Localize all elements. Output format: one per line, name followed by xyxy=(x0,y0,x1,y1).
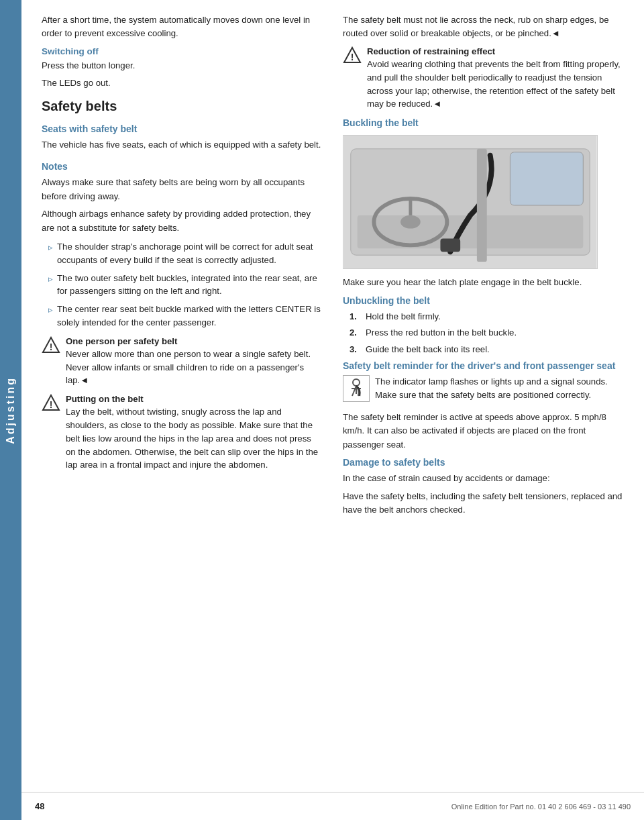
intro-text: After a short time, the system automatic… xyxy=(42,13,323,41)
safety-belt-note: The safety belt must not lie across the … xyxy=(343,13,624,41)
belt-image xyxy=(343,135,598,269)
svg-rect-12 xyxy=(440,239,460,252)
reminder-text-block: The indicator lamp flashes or lights up … xyxy=(375,375,624,407)
bullet-text-1: The shoulder strap's anchorage point wil… xyxy=(57,240,323,267)
warning-icon-reduction: ! xyxy=(343,46,362,65)
page-number: 48 xyxy=(35,801,44,811)
unbuckling-step-2-text: Press the red button in the belt buckle. xyxy=(366,326,517,340)
warning-block-1: ! One person per safety belt Never allow… xyxy=(42,336,323,387)
seats-safety-belt-heading: Seats with safety belt xyxy=(42,123,323,134)
damage-text2: Have the safety belts, including the saf… xyxy=(343,490,624,517)
reminder-heading: Safety belt reminder for the driver's an… xyxy=(343,360,624,371)
warning-body-1: Never allow more than one person to wear… xyxy=(66,348,323,387)
switching-off-step1: Press the button longer. xyxy=(42,59,323,72)
step-num-1: 1. xyxy=(350,310,360,323)
unbuckling-step-3: 3. Guide the belt back into its reel. xyxy=(350,343,624,356)
notes-text2: Although airbags enhance safety by provi… xyxy=(42,207,323,235)
svg-text:!: ! xyxy=(351,52,354,62)
unbuckling-list: 1. Hold the belt firmly. 2. Press the re… xyxy=(350,310,624,356)
unbuckling-step-1: 1. Hold the belt firmly. xyxy=(350,310,624,323)
svg-point-16 xyxy=(353,379,360,386)
content-area: After a short time, the system automatic… xyxy=(21,0,644,562)
bullet-arrow-3: ▹ xyxy=(48,303,53,329)
bullet-item-3: ▹ The center rear seat belt buckle marke… xyxy=(48,303,323,329)
warning-icon-2: ! xyxy=(42,394,60,413)
unbuckling-step-3-text: Guide the belt back into its reel. xyxy=(366,343,490,356)
bullet-list: ▹ The shoulder strap's anchorage point w… xyxy=(48,240,323,329)
warning-title-2: Putting on the belt xyxy=(66,394,323,404)
damage-heading: Damage to safety belts xyxy=(343,457,624,468)
unbuckling-step-2: 2. Press the red button in the belt buck… xyxy=(350,326,624,340)
safety-belts-heading: Safety belts xyxy=(42,99,323,114)
buckling-heading: Buckling the belt xyxy=(343,117,624,128)
warning-text-block-1: One person per safety belt Never allow m… xyxy=(66,336,323,387)
svg-text:!: ! xyxy=(50,399,53,410)
switching-off-heading: Switching off xyxy=(42,46,323,56)
notes-heading: Notes xyxy=(42,161,323,172)
notes-text1: Always make sure that safety belts are b… xyxy=(42,176,323,203)
svg-rect-14 xyxy=(510,152,583,205)
bullet-item-1: ▹ The shoulder strap's anchorage point w… xyxy=(48,240,323,267)
left-column: After a short time, the system automatic… xyxy=(42,13,323,521)
warning-reduction-text-block: Reduction of restraining effect Avoid we… xyxy=(367,46,624,111)
seatbelt-reminder-icon xyxy=(343,375,370,402)
warning-reduction-title: Reduction of restraining effect xyxy=(367,46,624,56)
step-num-2: 2. xyxy=(350,326,360,340)
seats-safety-belt-text: The vehicle has five seats, each of whic… xyxy=(42,138,323,152)
warning-block-2: ! Putting on the belt Lay the belt, with… xyxy=(42,394,323,472)
seatbelt-icon-block: The indicator lamp flashes or lights up … xyxy=(343,375,624,407)
bullet-arrow-1: ▹ xyxy=(48,241,53,267)
unbuckling-heading: Unbuckling the belt xyxy=(343,295,624,306)
side-tab-label: Adjusting xyxy=(5,376,17,444)
svg-text:!: ! xyxy=(50,342,53,352)
page-footer: 48 Online Edition for Part no. 01 40 2 6… xyxy=(21,792,644,820)
bullet-arrow-2: ▹ xyxy=(48,272,53,299)
side-tab: Adjusting xyxy=(0,0,21,820)
warning-title-1: One person per safety belt xyxy=(66,336,323,346)
page-container: Adjusting After a short time, the system… xyxy=(0,0,644,820)
warning-icon-1: ! xyxy=(42,336,60,355)
reminder-text2: The safety belt reminder is active at sp… xyxy=(343,411,624,452)
footer-text: Online Edition for Part no. 01 40 2 606 … xyxy=(451,803,631,811)
svg-point-10 xyxy=(400,215,421,229)
warning-text-block-2: Putting on the belt Lay the belt, withou… xyxy=(66,394,323,472)
bullet-item-2: ▹ The two outer safety belt buckles, int… xyxy=(48,272,323,299)
bullet-text-3: The center rear seat belt buckle marked … xyxy=(57,303,323,329)
buckling-caption: Make sure you hear the latch plate engag… xyxy=(343,276,624,289)
right-column: The safety belt must not lie across the … xyxy=(343,13,624,521)
warning-body-2: Lay the belt, without twisting, snugly a… xyxy=(66,405,323,472)
bullet-text-2: The two outer safety belt buckles, integ… xyxy=(57,272,323,299)
warning-block-reduction: ! Reduction of restraining effect Avoid … xyxy=(343,46,624,111)
switching-off-step2: The LEDs go out. xyxy=(42,76,323,90)
damage-text1: In the case of strain caused by accident… xyxy=(343,472,624,485)
warning-reduction-body: Avoid wearing clothing that prevents the… xyxy=(367,58,624,111)
step-num-3: 3. xyxy=(350,343,360,356)
svg-rect-15 xyxy=(477,149,487,262)
unbuckling-step-1-text: Hold the belt firmly. xyxy=(366,310,441,323)
reminder-text1: The indicator lamp flashes or lights up … xyxy=(375,375,624,403)
